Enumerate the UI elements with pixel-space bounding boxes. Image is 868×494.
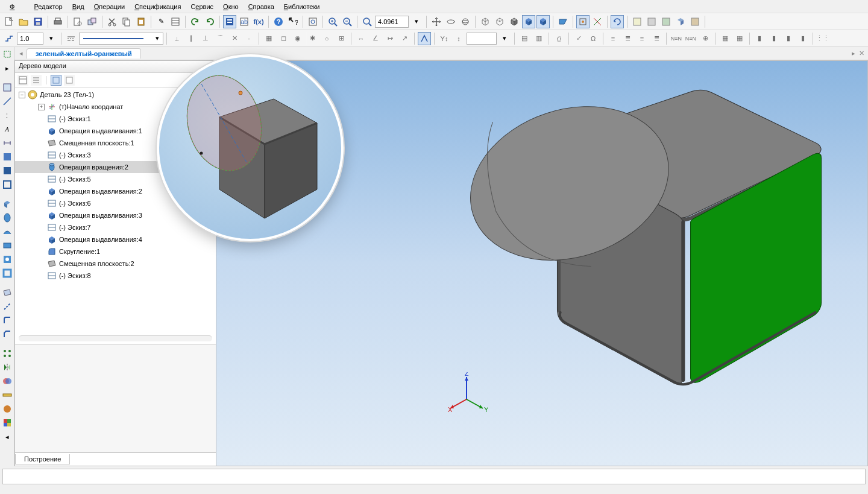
tree-list-icon[interactable] (31, 75, 42, 86)
mirror-tool[interactable] (1, 361, 13, 373)
build-tab[interactable]: Построение (15, 454, 70, 464)
edge-tool[interactable] (1, 165, 13, 177)
face-tool[interactable] (1, 151, 13, 163)
al-center-icon[interactable]: ≣ (621, 32, 634, 45)
align-icon[interactable]: ↔ (354, 32, 368, 45)
collapse-icon[interactable]: − (19, 92, 25, 98)
menu-file[interactable]: Ф (5, 1, 29, 12)
variables-button[interactable]: ab (237, 15, 251, 28)
save-button[interactable] (31, 15, 45, 28)
nn-icon-1[interactable]: N≡N (670, 32, 683, 45)
rebuild-icon[interactable] (631, 15, 644, 28)
loft-tool[interactable] (1, 239, 13, 252)
menu-view[interactable]: Вид (68, 1, 89, 12)
extrude-tool[interactable] (1, 198, 13, 210)
print-area-icon[interactable]: ⎙ (552, 32, 565, 45)
coord-input[interactable] (467, 33, 497, 45)
tree-config-icon[interactable] (17, 75, 28, 86)
menu-edit[interactable]: Редактор (29, 1, 67, 12)
angle-icon[interactable]: ∠ (369, 32, 382, 45)
properties-button[interactable] (169, 15, 182, 28)
line-tool[interactable] (1, 95, 13, 107)
tangent-icon[interactable]: ⌒ (213, 32, 227, 45)
menu-help[interactable]: Справка (244, 1, 279, 12)
tree-scrollbar[interactable] (19, 335, 212, 341)
table-icon[interactable]: ▦ (719, 32, 732, 45)
color-tool[interactable] (1, 417, 13, 429)
tool-icon-2[interactable] (659, 15, 673, 28)
length-icon[interactable]: ↦ (383, 32, 397, 45)
perp-icon[interactable]: ⊥ (199, 32, 212, 45)
col-icon-1[interactable]: ▮ (753, 32, 766, 45)
cut-button[interactable] (105, 15, 119, 28)
spellcheck-icon[interactable]: ✓ (572, 32, 585, 45)
dim-tool[interactable] (1, 137, 13, 149)
auto-line-icon[interactable]: ⟂ (170, 32, 183, 45)
tab-close-button[interactable]: ✕ (859, 49, 864, 57)
parallel-icon[interactable]: ∥ (184, 32, 198, 45)
constraints-icon[interactable] (418, 32, 431, 45)
pattern-tool[interactable] (1, 347, 13, 359)
zoom-level-input[interactable] (375, 16, 409, 28)
open-file-button[interactable] (17, 15, 30, 28)
tree-filter-icon[interactable] (64, 75, 75, 86)
plane-tool[interactable] (1, 287, 13, 299)
context-help-button[interactable]: ? (286, 15, 300, 28)
tool-icon-1[interactable] (645, 15, 658, 28)
omega-icon[interactable]: Ω (587, 32, 600, 45)
al-left-icon[interactable]: ≡ (606, 32, 620, 45)
dropdown-icon-3[interactable]: ▾ (498, 32, 511, 45)
zoom-fit-button[interactable] (306, 15, 319, 28)
snap-button[interactable] (576, 15, 590, 28)
zoom-out-button[interactable] (341, 15, 354, 28)
nn-icon-2[interactable]: N≡N (684, 32, 697, 45)
layers-button[interactable] (86, 15, 99, 28)
hidden-icon[interactable] (493, 15, 506, 28)
menu-operations[interactable]: Операции (89, 1, 130, 12)
menu-spec[interactable]: Спецификация (130, 1, 186, 12)
tree-node[interactable]: Скругление:1 (15, 245, 216, 258)
col-icon-3[interactable]: ▮ (782, 32, 795, 45)
tree-node[interactable]: Смещенная плоскость:2 (15, 258, 216, 270)
orbit-button[interactable] (459, 15, 472, 28)
print-button[interactable] (51, 15, 64, 28)
menu-libs[interactable]: Библиотеки (279, 1, 325, 12)
linetype-icon[interactable] (64, 32, 78, 45)
xcoord-icon[interactable]: ↕ (452, 32, 465, 45)
circle-n-icon[interactable]: ⊕ (699, 32, 712, 45)
fx-button[interactable]: f(x) (252, 15, 265, 28)
al-right-icon[interactable]: ≡ (635, 32, 649, 45)
expand-icon[interactable]: ▸ (1, 62, 13, 74)
tree-node[interactable]: (-) Эскиз:8 (15, 270, 216, 282)
text-tool[interactable]: A (1, 123, 13, 135)
misc-icon[interactable]: ⋮⋮ (816, 32, 829, 45)
undo-button[interactable] (189, 15, 202, 28)
shell-tool[interactable] (1, 267, 13, 279)
refresh-icon[interactable] (611, 15, 624, 28)
bisector-icon[interactable]: ✕ (228, 32, 241, 45)
tab-scroll-right[interactable]: ▸ (852, 49, 855, 57)
nearest-icon[interactable]: ○ (320, 32, 333, 45)
tab-scroll-left[interactable]: ◂ (19, 49, 23, 57)
tree-mode-icon[interactable] (51, 75, 61, 86)
ycoord-icon[interactable]: Y↕ (438, 32, 451, 45)
layout-icon-2[interactable]: ▥ (532, 32, 546, 45)
menu-window[interactable]: Окно (218, 1, 244, 12)
revolve-tool[interactable] (1, 212, 13, 224)
collapse-icon[interactable]: ◂ (1, 431, 13, 443)
material-tool[interactable] (1, 403, 13, 415)
step-icon[interactable] (2, 32, 16, 45)
ortho-icon[interactable]: ⊞ (335, 32, 348, 45)
al-just-icon[interactable]: ≣ (650, 32, 663, 45)
linetype-select[interactable]: ▾ (79, 33, 163, 45)
shaded-edges-icon[interactable] (508, 15, 521, 28)
col-icon-4[interactable]: ▮ (796, 32, 810, 45)
menu-service[interactable]: Сервис (186, 1, 218, 12)
intersect-icon[interactable]: ✱ (306, 32, 319, 45)
select-tool[interactable] (1, 48, 13, 60)
endpoint-icon[interactable]: ◻ (277, 32, 290, 45)
tree-node[interactable]: Операция выдавливания:4 (15, 233, 216, 245)
paste-button[interactable] (134, 15, 148, 28)
expand-icon[interactable]: + (38, 104, 45, 110)
axis-tool[interactable] (1, 300, 13, 312)
